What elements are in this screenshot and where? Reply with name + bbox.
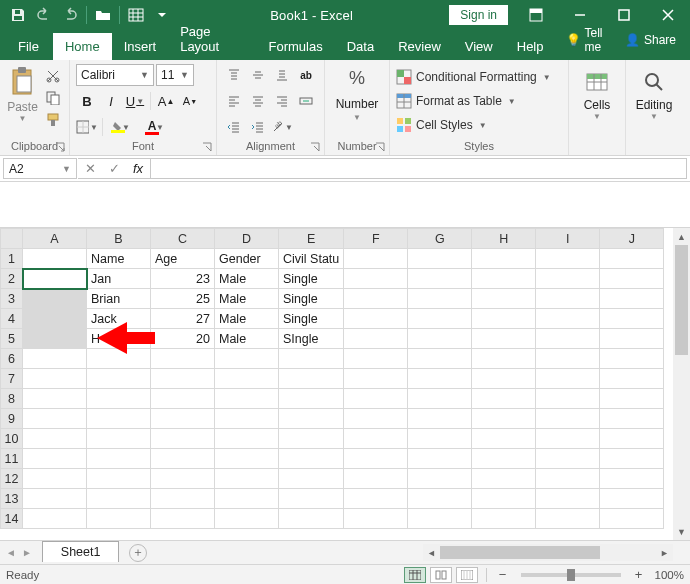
scroll-up-arrow[interactable]: ▲	[673, 228, 690, 245]
cell-E1[interactable]: Civil Statu	[279, 249, 344, 269]
conditional-formatting-button[interactable]: Conditional Formatting▼	[396, 66, 562, 88]
cell-I13[interactable]	[536, 489, 600, 509]
cell-B8[interactable]	[87, 389, 151, 409]
cell-H13[interactable]	[472, 489, 536, 509]
cell-D13[interactable]	[215, 489, 279, 509]
row-header-10[interactable]: 10	[1, 429, 23, 449]
cell-A14[interactable]	[23, 509, 87, 529]
zoom-level[interactable]: 100%	[655, 569, 684, 581]
redo-icon[interactable]	[58, 3, 82, 27]
decrease-indent-button[interactable]	[223, 116, 245, 138]
cell-F12[interactable]	[344, 469, 408, 489]
row-header-6[interactable]: 6	[1, 349, 23, 369]
cell-J1[interactable]	[600, 249, 664, 269]
cell-C8[interactable]	[151, 389, 215, 409]
sheet-nav-next[interactable]: ►	[22, 547, 32, 558]
format-as-table-button[interactable]: Format as Table▼	[396, 90, 562, 112]
align-top-button[interactable]	[223, 64, 245, 86]
cell-J3[interactable]	[600, 289, 664, 309]
alignment-dialog-launcher[interactable]	[310, 141, 320, 151]
cell-H1[interactable]	[472, 249, 536, 269]
cell-G11[interactable]	[408, 449, 472, 469]
cell-A6[interactable]	[23, 349, 87, 369]
cut-button[interactable]	[43, 66, 63, 86]
cell-C11[interactable]	[151, 449, 215, 469]
cell-B10[interactable]	[87, 429, 151, 449]
fill-color-button[interactable]: ▼	[107, 116, 129, 138]
vertical-scroll-thumb[interactable]	[675, 245, 688, 355]
cell-I7[interactable]	[536, 369, 600, 389]
cell-D3[interactable]: Male	[215, 289, 279, 309]
zoom-out-button[interactable]: −	[495, 567, 511, 582]
view-normal-button[interactable]	[404, 567, 426, 583]
cell-E8[interactable]	[279, 389, 344, 409]
font-dialog-launcher[interactable]	[202, 141, 212, 151]
cell-F11[interactable]	[344, 449, 408, 469]
cell-B5[interactable]: H	[87, 329, 151, 349]
row-header-14[interactable]: 14	[1, 509, 23, 529]
cell-A10[interactable]	[23, 429, 87, 449]
cell-F13[interactable]	[344, 489, 408, 509]
cell-B12[interactable]	[87, 469, 151, 489]
cell-J8[interactable]	[600, 389, 664, 409]
row-header-11[interactable]: 11	[1, 449, 23, 469]
col-header-C[interactable]: C	[151, 229, 215, 249]
cell-H5[interactable]	[472, 329, 536, 349]
cell-D5[interactable]: Male	[215, 329, 279, 349]
font-size-combo[interactable]: 11▼	[156, 64, 194, 86]
cell-B2[interactable]: Jan	[87, 269, 151, 289]
cell-J9[interactable]	[600, 409, 664, 429]
row-header-9[interactable]: 9	[1, 409, 23, 429]
cell-H9[interactable]	[472, 409, 536, 429]
align-left-button[interactable]	[223, 90, 245, 112]
cell-D11[interactable]	[215, 449, 279, 469]
cell-F5[interactable]	[344, 329, 408, 349]
scroll-right-arrow[interactable]: ►	[656, 544, 673, 561]
cell-I5[interactable]	[536, 329, 600, 349]
cell-J7[interactable]	[600, 369, 664, 389]
cell-I2[interactable]	[536, 269, 600, 289]
cell-H11[interactable]	[472, 449, 536, 469]
grid[interactable]: ABCDEFGHIJ1NameAgeGenderCivil Statu2Jan2…	[0, 228, 664, 529]
cell-F10[interactable]	[344, 429, 408, 449]
borders-button[interactable]: ▼	[76, 116, 98, 138]
cell-G9[interactable]	[408, 409, 472, 429]
cell-H6[interactable]	[472, 349, 536, 369]
cell-D1[interactable]: Gender	[215, 249, 279, 269]
align-bottom-button[interactable]	[271, 64, 293, 86]
row-header-4[interactable]: 4	[1, 309, 23, 329]
cell-J12[interactable]	[600, 469, 664, 489]
cell-D4[interactable]: Male	[215, 309, 279, 329]
cell-G8[interactable]	[408, 389, 472, 409]
clipboard-dialog-launcher[interactable]	[55, 141, 65, 151]
cell-I10[interactable]	[536, 429, 600, 449]
font-color-button[interactable]: A▼	[141, 116, 163, 138]
cell-G13[interactable]	[408, 489, 472, 509]
cell-D12[interactable]	[215, 469, 279, 489]
cell-A5[interactable]	[23, 329, 87, 349]
save-icon[interactable]	[6, 3, 30, 27]
cell-B4[interactable]: Jack	[87, 309, 151, 329]
row-header-8[interactable]: 8	[1, 389, 23, 409]
cell-D8[interactable]	[215, 389, 279, 409]
cell-F3[interactable]	[344, 289, 408, 309]
cell-I9[interactable]	[536, 409, 600, 429]
select-all-corner[interactable]	[1, 229, 23, 249]
cell-J4[interactable]	[600, 309, 664, 329]
tab-formulas[interactable]: Formulas	[257, 33, 335, 60]
cell-J6[interactable]	[600, 349, 664, 369]
cell-J2[interactable]	[600, 269, 664, 289]
cell-J14[interactable]	[600, 509, 664, 529]
tab-view[interactable]: View	[453, 33, 505, 60]
cell-A12[interactable]	[23, 469, 87, 489]
cell-D10[interactable]	[215, 429, 279, 449]
cell-D6[interactable]	[215, 349, 279, 369]
cell-E3[interactable]: Single	[279, 289, 344, 309]
cell-F9[interactable]	[344, 409, 408, 429]
row-header-2[interactable]: 2	[1, 269, 23, 289]
row-header-3[interactable]: 3	[1, 289, 23, 309]
cell-D2[interactable]: Male	[215, 269, 279, 289]
view-page-break-button[interactable]	[456, 567, 478, 583]
horizontal-scrollbar[interactable]: ◄ ►	[423, 544, 673, 561]
signin-button[interactable]: Sign in	[449, 5, 508, 25]
